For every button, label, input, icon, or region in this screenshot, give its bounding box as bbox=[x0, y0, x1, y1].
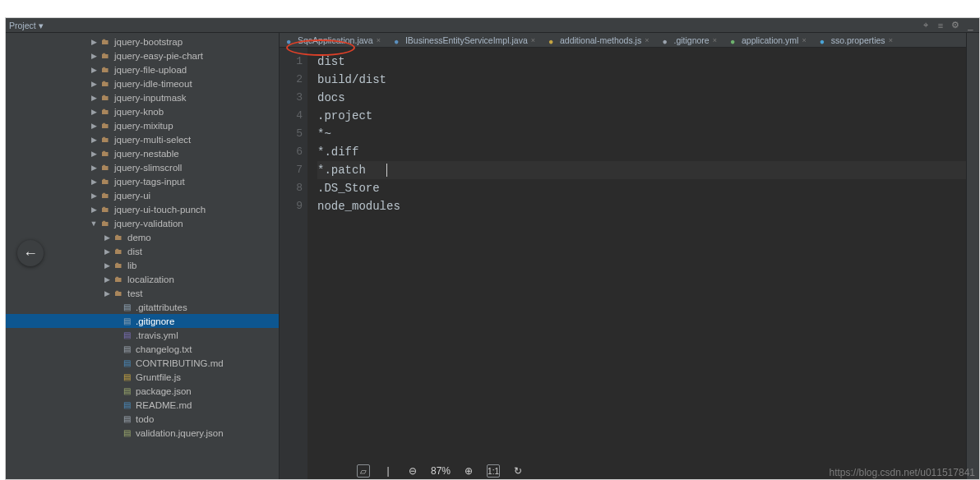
expand-arrow-icon[interactable] bbox=[103, 289, 111, 298]
tree-folder[interactable]: 🖿jquery-inputmask bbox=[6, 90, 279, 104]
folder-icon: 🖿 bbox=[99, 204, 111, 215]
tree-folder[interactable]: 🖿jquery-nestable bbox=[6, 146, 279, 160]
editor-tab[interactable]: ●IBusinessEntityServiceImpl.java× bbox=[387, 33, 542, 47]
js-icon: ● bbox=[548, 36, 557, 44]
tree-file[interactable]: ▤.travis.yml bbox=[6, 328, 279, 342]
expand-arrow-icon[interactable] bbox=[90, 178, 98, 186]
tree-item-label: test bbox=[127, 288, 143, 298]
close-icon[interactable]: × bbox=[713, 36, 717, 44]
tree-folder[interactable]: 🖿jquery-file-upload bbox=[6, 62, 279, 76]
tree-item-label: jquery-tags-input bbox=[114, 177, 185, 187]
tree-folder[interactable]: 🖿jquery-mixitup bbox=[6, 118, 279, 132]
code-line[interactable]: dist bbox=[317, 53, 979, 71]
tree-folder[interactable]: 🖿dist bbox=[6, 244, 279, 258]
folder-icon: 🖿 bbox=[113, 232, 124, 243]
editor-tabbar[interactable]: ●SqcApplication.java×●IBusinessEntitySer… bbox=[280, 33, 979, 48]
rotate-icon[interactable]: ↻ bbox=[511, 464, 525, 478]
tree-file[interactable]: ▤validation.jquery.json bbox=[6, 426, 279, 440]
editor-tab[interactable]: ●.gitignore× bbox=[655, 33, 723, 47]
txt-icon: ▤ bbox=[121, 344, 132, 355]
tree-item-label: jquery-slimscroll bbox=[114, 163, 182, 173]
close-icon[interactable]: × bbox=[531, 36, 535, 44]
code-line[interactable]: *~ bbox=[317, 125, 979, 143]
close-icon[interactable]: × bbox=[889, 36, 893, 44]
expand-arrow-icon[interactable] bbox=[90, 66, 98, 74]
collapse-icon[interactable]: ≡ bbox=[935, 20, 946, 31]
editor-tab[interactable]: ●additional-methods.js× bbox=[542, 33, 656, 47]
tree-folder[interactable]: 🖿test bbox=[6, 286, 279, 300]
tree-folder[interactable]: 🖿lib bbox=[6, 258, 279, 272]
code-area[interactable]: distbuild/distdocs.project*~*.diff*.patc… bbox=[307, 48, 979, 479]
line-number: 9 bbox=[280, 197, 303, 215]
tree-folder[interactable]: 🖿jquery-multi-select bbox=[6, 132, 279, 146]
editor-body[interactable]: 123456789 distbuild/distdocs.project*~*.… bbox=[280, 48, 979, 479]
expand-arrow-icon[interactable] bbox=[90, 122, 98, 130]
code-line[interactable]: docs bbox=[317, 89, 979, 107]
code-line[interactable]: .project bbox=[317, 107, 979, 125]
folder-icon: 🖿 bbox=[99, 120, 111, 132]
expand-arrow-icon[interactable] bbox=[90, 164, 98, 172]
close-icon[interactable]: × bbox=[377, 36, 381, 44]
zoom-in-icon[interactable]: ⊕ bbox=[462, 464, 475, 478]
target-icon[interactable]: ⌖ bbox=[920, 20, 931, 31]
project-dropdown[interactable]: Project ▾ bbox=[9, 21, 44, 30]
code-line[interactable]: build/dist bbox=[317, 71, 979, 89]
tree-file[interactable]: ▤README.md bbox=[6, 398, 279, 412]
tree-folder[interactable]: 🖿jquery-knob bbox=[6, 104, 279, 118]
layout-icon[interactable]: ▱ bbox=[357, 464, 370, 478]
expand-arrow-icon[interactable] bbox=[90, 219, 98, 228]
expand-arrow-icon[interactable] bbox=[90, 136, 98, 144]
expand-arrow-icon[interactable] bbox=[90, 108, 98, 116]
right-toolstrip[interactable] bbox=[966, 33, 979, 479]
back-button[interactable]: ← bbox=[17, 240, 44, 266]
expand-arrow-icon[interactable] bbox=[90, 192, 98, 200]
one-to-one-button[interactable]: 1:1 bbox=[487, 464, 500, 478]
tree-file[interactable]: ▤package.json bbox=[6, 384, 279, 398]
expand-arrow-icon[interactable] bbox=[103, 247, 111, 256]
tree-file[interactable]: ▤Gruntfile.js bbox=[6, 370, 279, 384]
expand-arrow-icon[interactable] bbox=[103, 261, 111, 270]
editor-tab[interactable]: ●application.yml× bbox=[723, 33, 813, 47]
code-line[interactable]: *.patch bbox=[317, 161, 979, 179]
tree-folder[interactable]: 🖿jquery-easy-pie-chart bbox=[6, 48, 279, 62]
expand-arrow-icon[interactable] bbox=[90, 38, 98, 46]
tree-folder[interactable]: 🖿jquery-idle-timeout bbox=[6, 76, 279, 90]
code-line[interactable]: .DS_Store bbox=[317, 179, 979, 197]
expand-arrow-icon[interactable] bbox=[103, 275, 111, 284]
expand-arrow-icon[interactable] bbox=[90, 150, 98, 158]
close-icon[interactable]: × bbox=[645, 36, 649, 44]
java-icon: ● bbox=[286, 36, 294, 44]
expand-arrow-icon[interactable] bbox=[90, 52, 98, 60]
expand-arrow-icon[interactable] bbox=[90, 80, 98, 88]
tree-folder[interactable]: 🖿jquery-tags-input bbox=[6, 174, 279, 188]
tree-folder[interactable]: 🖿localization bbox=[6, 272, 279, 286]
tree-item-label: jquery-bootstrap bbox=[114, 37, 183, 47]
tree-folder[interactable]: 🖿jquery-validation bbox=[6, 216, 279, 230]
code-line[interactable]: *.diff bbox=[317, 143, 979, 161]
tree-file[interactable]: ▤changelog.txt bbox=[6, 342, 279, 356]
expand-arrow-icon[interactable] bbox=[90, 94, 98, 102]
expand-arrow-icon[interactable] bbox=[103, 233, 111, 242]
tree-folder[interactable]: 🖿jquery-ui-touch-punch bbox=[6, 202, 279, 216]
tree-file[interactable]: ▤.gitignore bbox=[6, 314, 279, 328]
close-icon[interactable]: × bbox=[802, 36, 806, 44]
tree-folder[interactable]: 🖿jquery-slimscroll bbox=[6, 160, 279, 174]
tree-folder[interactable]: 🖿demo bbox=[6, 230, 279, 244]
tree-item-label: .travis.yml bbox=[136, 330, 178, 340]
editor-tab[interactable]: ●SqcApplication.java× bbox=[280, 33, 387, 47]
zoom-out-icon[interactable]: ⊖ bbox=[406, 464, 419, 478]
tree-file[interactable]: ▤CONTRIBUTING.md bbox=[6, 356, 279, 370]
code-line[interactable]: node_modules bbox=[317, 197, 979, 215]
tree-file[interactable]: ▤.gitattributes bbox=[6, 300, 279, 314]
project-sidebar[interactable]: 🖿jquery-bootstrap🖿jquery-easy-pie-chart🖿… bbox=[6, 33, 280, 479]
project-tree[interactable]: 🖿jquery-bootstrap🖿jquery-easy-pie-chart🖿… bbox=[6, 33, 279, 443]
tree-file[interactable]: ▤todo bbox=[6, 412, 279, 426]
hide-panel-icon[interactable]: ⎯ bbox=[964, 20, 976, 31]
tree-folder[interactable]: 🖿jquery-ui bbox=[6, 188, 279, 202]
editor-tab[interactable]: ●sso.properties× bbox=[813, 33, 899, 47]
folder-icon: 🖿 bbox=[99, 50, 111, 62]
tree-folder[interactable]: 🖿jquery-bootstrap bbox=[6, 35, 279, 48]
expand-arrow-icon[interactable] bbox=[90, 205, 98, 214]
file-icon: ▤ bbox=[121, 316, 132, 327]
gear-icon[interactable]: ⚙ bbox=[950, 20, 961, 31]
